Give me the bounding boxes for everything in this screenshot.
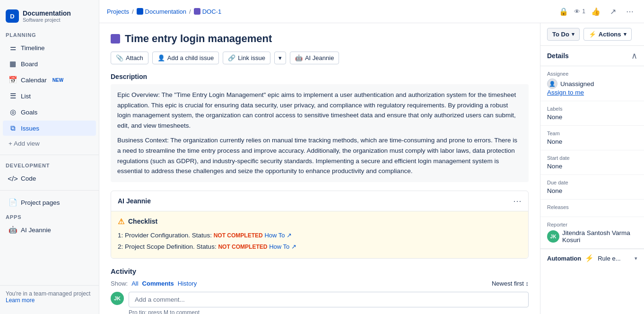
breadcrumb: Projects / Documentation / DOC-1 <box>107 8 221 15</box>
board-icon: ▦ <box>9 60 17 68</box>
automation-chevron: ▾ <box>635 255 637 262</box>
apps-label: APPS <box>0 210 99 222</box>
main-area: Projects / Documentation / DOC-1 🔒 👁 1 👍… <box>99 0 644 314</box>
show-label: Show: <box>111 280 128 287</box>
details-toggle[interactable]: ∧ <box>631 51 637 61</box>
attach-button[interactable]: 📎 Attach <box>111 52 148 64</box>
pro-tip: Pro tip: press M to comment <box>111 309 529 314</box>
labels-value: None <box>547 113 637 121</box>
automation-bar: Automation ⚡ Rule e... ▾ <box>540 249 644 267</box>
sidebar-footer: You're in a team-managed project Learn m… <box>0 285 99 308</box>
thumbs-button[interactable]: 👍 <box>589 5 602 18</box>
sidebar-divider <box>0 155 99 155</box>
sidebar-item-code[interactable]: </> Code <box>3 171 96 186</box>
sidebar-item-label: Timeline <box>21 44 45 52</box>
actions-chevron: ▾ <box>624 31 627 37</box>
add-view-button[interactable]: + Add view <box>3 137 96 150</box>
sidebar-item-label: Issues <box>21 125 39 132</box>
assignee-row: Assignee 👤 Unassigned Assign to me <box>540 66 644 101</box>
status-2: NOT COMPLETED <box>218 244 267 250</box>
top-bar: Projects / Documentation / DOC-1 🔒 👁 1 👍… <box>99 0 644 23</box>
ai-panel-header: AI Jeannie ⋯ <box>111 191 528 211</box>
sidebar: D Documentation Software project PLANNIN… <box>0 0 99 314</box>
action-buttons: 📎 Attach 👤 Add a child issue 🔗 Link issu… <box>111 52 529 64</box>
how-to-link-1[interactable]: How To ↗ <box>264 232 292 239</box>
add-child-button[interactable]: 👤 Add a child issue <box>152 52 219 64</box>
activity-show: Show: All Comments History Newest first … <box>111 280 529 287</box>
more-dropdown-button[interactable]: ▾ <box>274 52 286 64</box>
activity-tab-comments[interactable]: Comments <box>142 280 174 287</box>
activity-sort[interactable]: Newest first ↕ <box>492 280 529 287</box>
warning-icon: ⚠ <box>118 217 124 226</box>
watch-button[interactable]: 👁 1 <box>574 8 585 15</box>
breadcrumb-doc-id[interactable]: DOC-1 <box>194 8 221 15</box>
doc-icon <box>137 8 143 15</box>
comment-row: JK Add a comment... <box>111 292 529 307</box>
calendar-badge: NEW <box>52 78 63 83</box>
checklist-title: Checklist <box>128 218 157 225</box>
planning-label: PLANNING <box>0 28 99 40</box>
share-button[interactable]: ↗ <box>606 5 619 18</box>
ai-panel: AI Jeannie ⋯ ⚠ Checklist 1: Provider Con… <box>111 191 529 259</box>
description-title: Description <box>111 73 529 80</box>
sidebar-item-project-pages[interactable]: 📄 Project pages <box>3 195 96 210</box>
sidebar-item-list[interactable]: ☰ List <box>3 88 96 104</box>
automation-icon: ⚡ <box>585 254 594 262</box>
sidebar-item-label: Code <box>21 175 36 182</box>
assignee-value: 👤 Unassigned <box>547 78 637 89</box>
doc-id-icon <box>194 8 200 15</box>
breadcrumb-documentation[interactable]: Documentation <box>137 8 186 15</box>
ai-panel-more-button[interactable]: ⋯ <box>513 196 522 206</box>
learn-more-link[interactable]: Learn more <box>6 297 35 304</box>
development-label: DEVELOPMENT <box>0 159 99 170</box>
breadcrumb-projects[interactable]: Projects <box>107 8 129 15</box>
reporter-value: JK Jitendra Santosh Varma Kosuri <box>547 229 637 244</box>
start-date-value: None <box>547 163 637 170</box>
sidebar-item-label: Calendar <box>21 77 47 84</box>
actions-button[interactable]: ⚡ Actions ▾ <box>583 28 632 41</box>
sidebar-item-label: List <box>21 93 31 100</box>
link-label: Link issue <box>238 54 265 61</box>
team-value: None <box>547 138 637 145</box>
reporter-label: Reporter <box>547 222 637 227</box>
sidebar-item-calendar[interactable]: 📅 Calendar NEW <box>3 72 96 87</box>
watch-count: 1 <box>582 8 585 15</box>
activity-tab-history[interactable]: History <box>178 280 197 287</box>
rule-label: Rule e... <box>598 255 620 262</box>
ai-panel-title: AI Jeannie <box>118 197 151 205</box>
reporter-name: Jitendra Santosh Varma Kosuri <box>562 229 637 244</box>
more-button[interactable]: ⋯ <box>623 5 636 18</box>
ai-jeannie-label: AI Jeannie <box>305 54 334 61</box>
due-date-value: None <box>547 187 637 194</box>
top-actions: 🔒 👁 1 👍 ↗ ⋯ <box>557 5 636 18</box>
status-button[interactable]: To Do ▾ <box>547 28 580 41</box>
automation-label: Automation <box>547 255 581 262</box>
activity-tab-all[interactable]: All <box>131 280 138 287</box>
assignee-label: Assignee <box>547 71 637 77</box>
lock-button[interactable]: 🔒 <box>557 5 570 18</box>
sidebar-divider2 <box>0 190 99 191</box>
link-issue-button[interactable]: 🔗 Link issue <box>223 52 270 64</box>
releases-row: Releases <box>540 200 644 217</box>
labels-row: Labels None <box>540 101 644 126</box>
lightning-icon: ⚡ <box>589 31 596 38</box>
ai-icon: 🤖 <box>9 226 17 234</box>
sidebar-item-goals[interactable]: ◎ Goals <box>3 105 96 120</box>
issues-icon: ⧉ <box>9 124 17 132</box>
labels-label: Labels <box>547 106 637 112</box>
issue-color-box <box>111 34 120 44</box>
status-label: To Do <box>552 31 569 38</box>
sidebar-item-ai-jeannie[interactable]: 🤖 AI Jeannie <box>3 222 96 237</box>
assign-me-link[interactable]: Assign to me <box>547 89 637 96</box>
sidebar-item-board[interactable]: ▦ Board <box>3 56 96 71</box>
status-1: NOT COMPLETED <box>214 232 263 239</box>
sidebar-item-label: Project pages <box>21 199 60 206</box>
ai-jeannie-button[interactable]: 🤖 AI Jeannie <box>290 52 339 64</box>
comment-input[interactable]: Add a comment... <box>129 292 529 307</box>
attach-label: Attach <box>126 54 143 61</box>
attach-icon: 📎 <box>116 54 123 61</box>
goals-icon: ◎ <box>9 108 17 116</box>
sidebar-item-issues[interactable]: ⧉ Issues <box>3 121 96 136</box>
how-to-link-2[interactable]: How To ↗ <box>269 243 296 250</box>
sidebar-item-timeline[interactable]: ⚌ Timeline <box>3 40 96 55</box>
